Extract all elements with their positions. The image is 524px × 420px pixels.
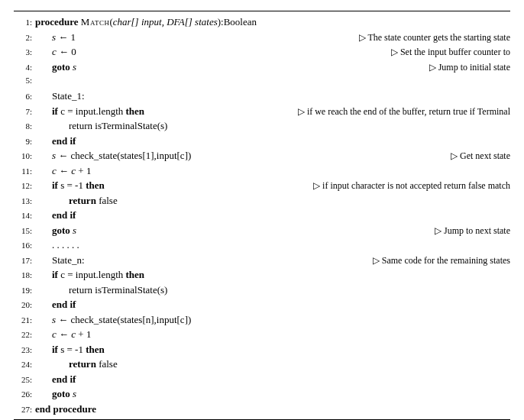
code-line: 7:if c = input.length then▷ if we reach …: [14, 104, 510, 119]
code-text: goto s: [35, 386, 76, 402]
line-number: 21:: [14, 314, 35, 327]
line-number: 14:: [14, 209, 35, 222]
code-line: 17:State_n:▷ Same code for the remaining…: [14, 253, 510, 268]
code-line: 23:if s = -1 then: [14, 342, 510, 357]
code-text: procedure Match(char[] input, DFA[] stat…: [35, 15, 257, 30]
line-number: 12:: [14, 179, 35, 192]
line-number: 11:: [14, 165, 35, 178]
algorithm-listing: 1:procedure Match(char[] input, DFA[] st…: [14, 15, 510, 416]
line-comment: ▷ Jump to next state: [435, 224, 510, 237]
code-text: return false: [35, 193, 118, 208]
code-line: 26:goto s: [14, 386, 510, 402]
code-line: 12:if s = -1 then▷ if input character is…: [14, 178, 510, 193]
code-text: end procedure: [35, 402, 96, 417]
line-number: 20:: [14, 299, 35, 312]
line-number: 24:: [14, 358, 35, 371]
code-line: 11:c ← c + 1: [14, 163, 510, 179]
line-number: 3:: [14, 46, 35, 59]
line-comment: ▷ Jump to initial state: [429, 60, 510, 74]
code-text: end if: [35, 134, 76, 149]
line-number: 5:: [14, 74, 35, 87]
line-number: 25:: [14, 373, 35, 386]
line-number: 13:: [14, 195, 35, 208]
top-rule: [14, 11, 510, 11]
code-text: if c = input.length then: [35, 267, 144, 283]
code-text: end if: [35, 372, 76, 387]
code-text: c ← 0: [35, 44, 76, 60]
code-line: 4:goto s▷ Jump to initial state: [14, 60, 510, 75]
line-number: 6:: [14, 90, 35, 103]
line-number: 26:: [14, 388, 35, 401]
code-text: c ← c + 1: [35, 327, 91, 342]
code-line: 24:return false: [14, 357, 510, 372]
line-comment: ▷ Get next state: [451, 149, 510, 163]
line-comment: ▷ Set the input buffer counter to: [391, 45, 510, 59]
code-line: 13:return false: [14, 193, 510, 208]
line-number: 1:: [14, 16, 35, 29]
code-text: s ← check_state(states[n],input[c]): [35, 312, 191, 328]
line-number: 27:: [14, 403, 35, 416]
code-line: 25:end if: [14, 372, 510, 387]
code-line: 19:return isTerminalState(s): [14, 283, 510, 298]
code-text: if s = -1 then: [35, 342, 105, 357]
code-text: s ← 1: [35, 30, 76, 45]
code-text: goto s: [35, 60, 76, 75]
line-number: 23:: [14, 344, 35, 357]
code-line: 20:end if: [14, 297, 510, 312]
code-line: 2:s ← 1▷ The state counter gets the star…: [14, 30, 510, 45]
code-line: 22:c ← c + 1: [14, 327, 510, 342]
line-number: 17:: [14, 254, 35, 267]
code-text: goto s: [35, 223, 76, 238]
line-number: 9:: [14, 135, 35, 148]
code-line: 21:s ← check_state(states[n],input[c]): [14, 312, 510, 328]
code-text: return false: [35, 357, 118, 372]
code-text: c ← c + 1: [35, 163, 91, 179]
line-number: 2:: [14, 31, 35, 44]
code-line: 15:goto s▷ Jump to next state: [14, 223, 510, 238]
code-line: 1:procedure Match(char[] input, DFA[] st…: [14, 15, 510, 30]
line-number: 4:: [14, 61, 35, 74]
line-number: 22:: [14, 328, 35, 341]
code-line: 3:c ← 0▷ Set the input buffer counter to: [14, 44, 510, 60]
code-line: 9:end if: [14, 134, 510, 149]
code-text: end if: [35, 208, 76, 223]
code-line: 8:return isTerminalState(s): [14, 118, 510, 134]
code-text: if s = -1 then: [35, 178, 105, 193]
code-text: . . . . . .: [35, 237, 79, 253]
line-number: 7:: [14, 105, 35, 118]
line-number: 18:: [14, 269, 35, 282]
code-line: 6:State_1:: [14, 89, 510, 104]
code-text: s ← check_state(states[1],input[c]): [35, 148, 191, 163]
line-number: 15:: [14, 225, 35, 237]
code-line: 18:if c = input.length then: [14, 267, 510, 283]
code-line: 5:: [14, 74, 510, 89]
line-comment: ▷ Same code for the remaining states: [373, 254, 510, 267]
line-comment: ▷ The state counter gets the starting st…: [359, 31, 510, 44]
code-text: return isTerminalState(s): [35, 283, 167, 298]
line-comment: ▷ if we reach the end of the buffer, ret…: [298, 105, 510, 118]
code-text: State_n:: [35, 253, 85, 268]
code-line: 16:. . . . . .: [14, 237, 510, 253]
line-number: 10:: [14, 150, 35, 163]
line-number: 19:: [14, 284, 35, 297]
code-text: end if: [35, 297, 76, 312]
line-number: 16:: [14, 239, 35, 252]
code-text: if c = input.length then: [35, 104, 144, 119]
code-line: 10:s ← check_state(states[1],input[c])▷ …: [14, 148, 510, 163]
code-text: return isTerminalState(s): [35, 118, 167, 134]
code-text: State_1:: [35, 89, 85, 104]
code-line: 27:end procedure: [14, 402, 510, 417]
line-number: 8:: [14, 120, 35, 133]
code-line: 14:end if: [14, 208, 510, 223]
line-comment: ▷ if input character is not accepted ret…: [313, 179, 510, 192]
